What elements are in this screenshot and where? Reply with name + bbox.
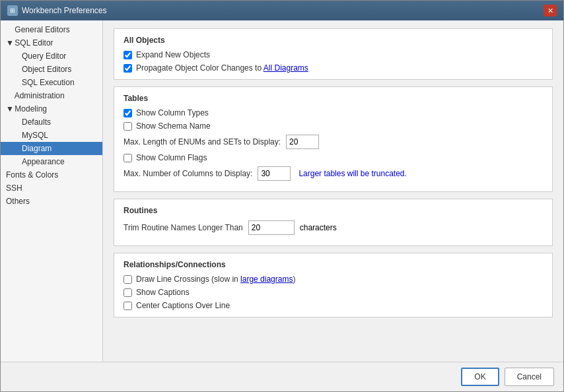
tables-title: Tables [123, 94, 543, 103]
relationships-title: Relationships/Connections [123, 260, 543, 269]
cancel-button[interactable]: Cancel [505, 368, 554, 386]
sidebar-label: SSH [6, 183, 22, 193]
window-title: Workbench Preferences [22, 6, 107, 15]
sidebar-label: General Editors [15, 25, 69, 34]
max-columns-label: Max. Number of Columns to Display: [123, 169, 252, 178]
sidebar-label: MySQL [22, 131, 48, 140]
trim-routine-row: Trim Routine Names Longer Than character… [123, 220, 543, 235]
propagate-color-label: Propagate Object Color Changes to All Di… [136, 63, 308, 73]
sidebar-label: Administration [15, 91, 65, 100]
center-captions-checkbox[interactable] [123, 302, 132, 310]
sidebar-item-diagram[interactable]: Diagram [1, 142, 102, 155]
enum-length-row: Max. Length of ENUMs and SETs to Display… [123, 135, 543, 149]
show-column-flags-checkbox[interactable] [123, 154, 132, 162]
sidebar-label: Object Editors [22, 65, 71, 74]
all-objects-section: All Objects Expand New Objects Propagate… [114, 28, 553, 80]
sidebar: General Editors ▼ SQL Editor Query Edito… [1, 20, 103, 362]
show-column-flags-label: Show Column Flags [136, 153, 207, 162]
sidebar-item-query-editor[interactable]: Query Editor [1, 49, 102, 63]
enum-length-label: Max. Length of ENUMs and SETs to Display… [123, 137, 281, 147]
propagate-color-checkbox[interactable] [123, 64, 132, 73]
truncate-note: Larger tables will be truncated. [299, 169, 406, 178]
close-button[interactable]: ✕ [544, 5, 557, 16]
draw-line-crossings-row: Draw Line Crossings (slow in large diagr… [123, 275, 543, 284]
show-schema-name-row: Show Schema Name [123, 121, 543, 131]
sidebar-item-fonts-colors[interactable]: Fonts & Colors [1, 168, 102, 181]
routines-title: Routines [123, 206, 543, 215]
all-objects-title: All Objects [123, 36, 543, 45]
sidebar-item-sql-editor[interactable]: ▼ SQL Editor [1, 36, 102, 49]
enum-length-input[interactable] [286, 135, 319, 149]
routines-section: Routines Trim Routine Names Longer Than … [114, 199, 553, 246]
show-captions-checkbox[interactable] [123, 288, 132, 297]
sidebar-item-object-editors[interactable]: Object Editors [1, 63, 102, 76]
sidebar-item-others[interactable]: Others [1, 195, 102, 208]
center-captions-label: Center Captions Over Line [136, 301, 230, 310]
sidebar-item-defaults[interactable]: Defaults [1, 115, 102, 129]
workbench-preferences-window: ⊞ Workbench Preferences ✕ General Editor… [0, 0, 564, 392]
expand-new-objects-label: Expand New Objects [136, 50, 210, 59]
sidebar-label: Appearance [22, 157, 65, 166]
trim-routine-suffix: characters [300, 223, 337, 232]
sidebar-label: SQL Execution [22, 78, 75, 87]
sidebar-item-sql-execution[interactable]: SQL Execution [1, 76, 102, 89]
sidebar-label: Query Editor [22, 51, 66, 61]
expand-new-objects-row: Expand New Objects [123, 50, 543, 59]
show-schema-name-label: Show Schema Name [136, 121, 211, 131]
all-diagrams-link[interactable]: All Diagrams [264, 63, 308, 73]
sidebar-item-ssh[interactable]: SSH [1, 181, 102, 195]
show-column-flags-row: Show Column Flags [123, 153, 543, 162]
relationships-section: Relationships/Connections Draw Line Cros… [114, 253, 553, 317]
sidebar-item-appearance[interactable]: Appearance [1, 155, 102, 168]
sidebar-label: Modeling [15, 104, 47, 114]
trim-routine-label: Trim Routine Names Longer Than [123, 223, 243, 232]
content-area: All Objects Expand New Objects Propagate… [103, 20, 563, 362]
sidebar-item-administration[interactable]: Administration [1, 89, 102, 102]
app-icon: ⊞ [7, 5, 18, 16]
sidebar-item-modeling[interactable]: ▼ Modeling [1, 102, 102, 115]
expand-new-objects-checkbox[interactable] [123, 51, 132, 59]
draw-line-crossings-label: Draw Line Crossings (slow in large diagr… [136, 275, 295, 284]
large-diagrams-link[interactable]: large diagrams [240, 275, 293, 284]
sidebar-item-general-editors[interactable]: General Editors [1, 23, 102, 36]
show-schema-name-checkbox[interactable] [123, 122, 132, 131]
show-column-types-checkbox[interactable] [123, 109, 132, 117]
title-bar: ⊞ Workbench Preferences ✕ [1, 1, 563, 20]
show-captions-row: Show Captions [123, 288, 543, 297]
max-columns-row: Max. Number of Columns to Display: Large… [123, 166, 543, 181]
show-column-types-label: Show Column Types [136, 108, 209, 117]
center-captions-row: Center Captions Over Line [123, 301, 543, 310]
trim-routine-input[interactable] [248, 220, 295, 235]
sidebar-item-mysql[interactable]: MySQL [1, 129, 102, 142]
show-captions-label: Show Captions [136, 288, 190, 297]
footer: OK Cancel [1, 362, 563, 391]
draw-line-crossings-checkbox[interactable] [123, 275, 132, 284]
max-columns-input[interactable] [258, 166, 291, 181]
arrow-icon: ▼ [6, 38, 13, 48]
arrow-icon: ▼ [6, 104, 13, 114]
title-bar-left: ⊞ Workbench Preferences [7, 5, 107, 16]
ok-button[interactable]: OK [461, 368, 499, 386]
sidebar-label: Defaults [22, 117, 51, 127]
show-column-types-row: Show Column Types [123, 108, 543, 117]
sidebar-label: Fonts & Colors [6, 170, 58, 180]
main-content: General Editors ▼ SQL Editor Query Edito… [1, 20, 563, 362]
tables-section: Tables Show Column Types Show Schema Nam… [114, 86, 553, 192]
sidebar-label: Others [6, 197, 30, 206]
sidebar-label: Diagram [22, 144, 52, 153]
sidebar-label: SQL Editor [15, 38, 53, 48]
propagate-color-row: Propagate Object Color Changes to All Di… [123, 63, 543, 73]
